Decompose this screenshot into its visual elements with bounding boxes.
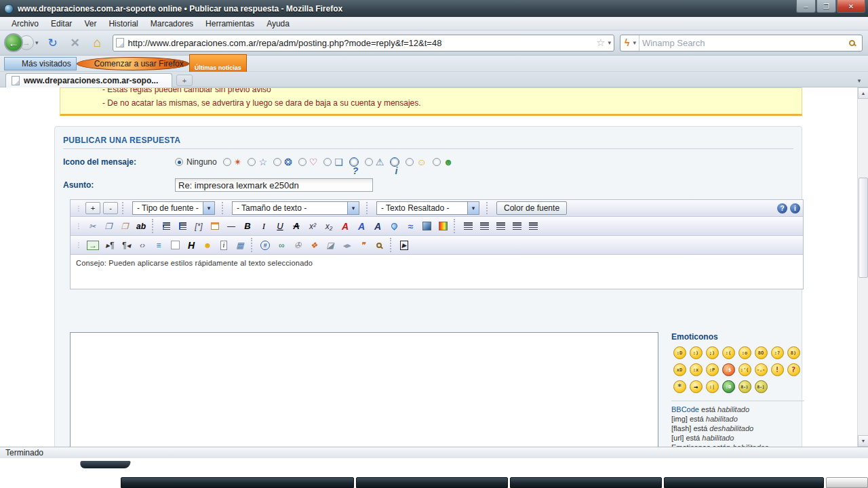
menu-item[interactable]: Marcadores bbox=[144, 18, 199, 30]
home-icon[interactable]: ⌂ bbox=[90, 35, 106, 51]
image-icon[interactable]: ◪ bbox=[323, 239, 338, 252]
message-icon-radio[interactable] bbox=[433, 158, 441, 166]
copy-icon[interactable]: ❐ bbox=[101, 220, 116, 233]
active-tab[interactable]: www.dreparaciones.com.ar-sopo... bbox=[5, 73, 172, 87]
info-circle-icon[interactable]: i bbox=[390, 157, 399, 167]
menu-item[interactable]: Ayuda bbox=[260, 18, 296, 30]
font-size-select[interactable]: - Tamaño de texto -▾ bbox=[232, 201, 359, 215]
font-family-select[interactable]: - Tipo de fuente -▾ bbox=[132, 201, 215, 215]
code-icon[interactable]: ‹› bbox=[135, 239, 150, 252]
message-icon-none[interactable]: Ninguno bbox=[175, 157, 217, 167]
emoticon-exclaim[interactable]: ! bbox=[769, 361, 785, 378]
emoticon-confused[interactable]: :? bbox=[769, 344, 785, 361]
emoticon-mad[interactable]: :x bbox=[688, 361, 704, 378]
vertical-scrollbar[interactable]: ▲ ▼ bbox=[857, 87, 868, 447]
quote-wedge-icon[interactable]: ❞ bbox=[355, 239, 370, 252]
bbcode-mascot-icon[interactable]: ❖ bbox=[307, 239, 321, 252]
message-icon-radio[interactable] bbox=[406, 158, 414, 166]
anchor-icon[interactable]: # bbox=[258, 239, 273, 252]
emoticon-cool[interactable]: 8) bbox=[785, 344, 802, 361]
ordered-list-icon[interactable] bbox=[175, 220, 190, 233]
taskbar-button[interactable] bbox=[664, 477, 824, 488]
history-dropdown-icon[interactable]: ▾ bbox=[35, 39, 39, 46]
radioactive-icon[interactable]: ❂ bbox=[273, 157, 292, 167]
emoticon-idea[interactable]: * bbox=[671, 378, 688, 395]
scrollbar-thumb[interactable] bbox=[859, 178, 868, 278]
back-button[interactable]: ← bbox=[4, 33, 23, 52]
restore-button[interactable]: ❐ bbox=[816, 0, 836, 13]
message-icon-radio[interactable] bbox=[298, 158, 307, 166]
bold-icon[interactable]: B bbox=[240, 220, 255, 233]
find-replace-icon[interactable]: ab bbox=[134, 220, 149, 233]
heart-icon[interactable]: ♡ bbox=[298, 157, 318, 167]
new-tab-button[interactable]: + bbox=[176, 75, 193, 86]
table-icon[interactable]: ▦ bbox=[233, 239, 248, 252]
gradient-swatch-icon[interactable] bbox=[419, 220, 434, 233]
align-right-icon[interactable] bbox=[509, 220, 524, 233]
help-icon[interactable]: ? bbox=[777, 203, 787, 214]
emoticon-rolleyes[interactable]: -.- bbox=[753, 361, 769, 378]
decrease-size-button[interactable]: - bbox=[103, 202, 118, 214]
paste-icon[interactable]: ❒ bbox=[117, 220, 132, 233]
speech-bubble-icon[interactable]: ❏ bbox=[323, 157, 343, 167]
menu-item[interactable]: Herramientas bbox=[199, 18, 260, 30]
message-icon-radio[interactable] bbox=[223, 158, 231, 166]
underline-icon[interactable]: U bbox=[273, 220, 288, 233]
emoticon-shocked[interactable]: 8O bbox=[753, 344, 769, 361]
video-icon[interactable]: ▶ bbox=[397, 239, 412, 252]
message-icon-radio[interactable] bbox=[365, 158, 373, 166]
link-icon[interactable]: ∞ bbox=[274, 239, 289, 252]
emoticon-uber-geek[interactable]: 8-] bbox=[753, 378, 769, 395]
info-icon[interactable]: i bbox=[790, 203, 800, 214]
close-button[interactable]: ✕ bbox=[837, 0, 865, 13]
star-icon[interactable]: ☆ bbox=[248, 157, 267, 167]
title-bar[interactable]: www.dreparaciones.com.ar-soporte online … bbox=[0, 0, 868, 17]
message-icon-radio[interactable] bbox=[248, 158, 256, 166]
emoticon-geek[interactable]: 8-) bbox=[736, 378, 753, 395]
message-icon-radio[interactable] bbox=[273, 158, 281, 166]
emoticon-question[interactable]: ? bbox=[785, 361, 802, 378]
warning-icon[interactable]: ⚠ bbox=[365, 157, 384, 167]
taskbar-button[interactable] bbox=[510, 477, 662, 488]
flame-icon[interactable]: ✴ bbox=[223, 157, 242, 167]
question-circle-icon[interactable]: ? bbox=[349, 157, 359, 167]
search-icon[interactable] bbox=[372, 239, 387, 252]
exit-box-icon[interactable]: → bbox=[85, 239, 101, 252]
subscript-icon[interactable]: x₂ bbox=[321, 220, 336, 233]
message-icon-radio[interactable] bbox=[391, 158, 399, 166]
smiley-yellow-icon[interactable]: ☺ bbox=[406, 157, 426, 167]
emoticon-embarrassed[interactable]: :$ bbox=[720, 361, 736, 378]
url-input[interactable] bbox=[128, 38, 595, 48]
code-block-icon[interactable]: ≡ bbox=[151, 239, 166, 252]
reload-icon[interactable]: ↻ bbox=[45, 35, 61, 51]
superscript-icon[interactable]: x² bbox=[305, 220, 320, 233]
menu-item[interactable]: Ver bbox=[78, 18, 102, 30]
align-left-icon[interactable] bbox=[477, 220, 492, 233]
emoticon-wink[interactable]: ;) bbox=[704, 344, 720, 361]
cut-icon[interactable]: ✂ bbox=[85, 220, 100, 233]
emoticon-mr-green[interactable]: :D bbox=[720, 378, 736, 395]
menu-item[interactable]: Editar bbox=[45, 18, 78, 30]
page-info-icon[interactable]: i bbox=[216, 239, 231, 252]
emoticon-arrow[interactable]: → bbox=[688, 378, 704, 395]
message-textarea[interactable] bbox=[70, 332, 658, 447]
font-family-icon[interactable]: A bbox=[370, 220, 385, 233]
droplet-icon[interactable] bbox=[387, 220, 401, 233]
rainbow-swatch-icon[interactable] bbox=[435, 220, 450, 233]
emoticon-razz[interactable]: :P bbox=[704, 361, 720, 378]
header-icon[interactable]: H bbox=[184, 239, 199, 252]
highlight-select[interactable]: - Texto Resaltado -▾ bbox=[376, 201, 479, 215]
bullet-list-icon[interactable] bbox=[159, 220, 174, 233]
indent-icon[interactable] bbox=[526, 220, 540, 233]
increase-size-button[interactable]: + bbox=[85, 202, 100, 214]
minimize-button[interactable]: – bbox=[796, 0, 816, 13]
emoticon-neutral[interactable]: :| bbox=[704, 378, 720, 395]
bookmark-mas-visitados[interactable]: Más visitados bbox=[4, 57, 77, 70]
list-item-icon[interactable]: [*] bbox=[191, 220, 206, 233]
scroll-down-icon[interactable]: ▼ bbox=[858, 435, 868, 447]
media-icon[interactable]: ◂▸ bbox=[339, 239, 354, 252]
strikethrough-icon[interactable]: A bbox=[289, 220, 304, 233]
italic-icon[interactable]: I bbox=[256, 220, 271, 233]
align-justify-icon[interactable] bbox=[460, 220, 475, 233]
search-bar[interactable]: ϟ ▾ bbox=[620, 35, 863, 52]
